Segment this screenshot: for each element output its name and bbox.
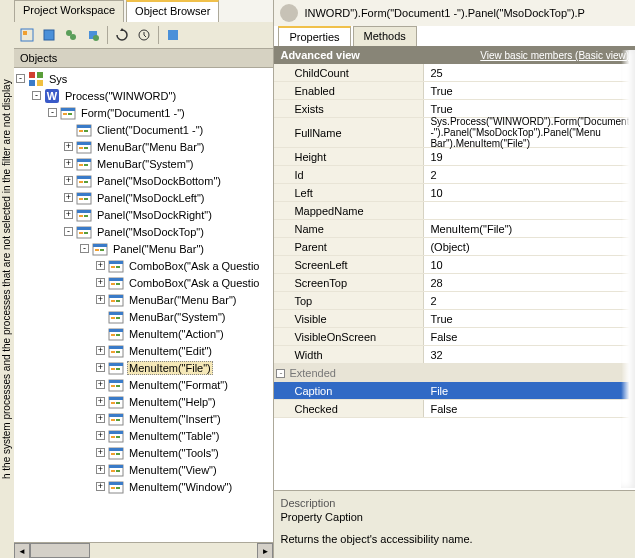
property-row[interactable]: Id2 <box>274 166 635 184</box>
property-row[interactable]: EnabledTrue <box>274 82 635 100</box>
tree-node[interactable]: +ComboBox("Ask a Questio <box>16 257 271 274</box>
tree-node-label[interactable]: MenuItem("Window") <box>127 480 234 494</box>
tree-node[interactable]: +MenuItem("Insert") <box>16 410 271 427</box>
collapse-icon[interactable]: - <box>64 227 73 236</box>
property-value[interactable]: MenuItem("File") <box>424 223 635 235</box>
property-row[interactable]: ChildCount25 <box>274 64 635 82</box>
property-row[interactable]: ScreenLeft10 <box>274 256 635 274</box>
expand-icon[interactable]: + <box>96 261 105 270</box>
property-row[interactable]: Top2 <box>274 292 635 310</box>
expand-icon[interactable]: + <box>64 142 73 151</box>
tree-node-label[interactable]: ComboBox("Ask a Questio <box>127 276 261 290</box>
tree-node[interactable]: -Panel("MsoDockTop") <box>16 223 271 240</box>
property-row[interactable]: CaptionFile <box>274 382 635 400</box>
property-value[interactable]: 19 <box>424 151 635 163</box>
property-row[interactable]: CheckedFalse <box>274 400 635 418</box>
property-value[interactable]: Sys.Process("WINWORD").Form("Document1 -… <box>424 116 635 149</box>
tool-btn-6[interactable] <box>134 25 154 45</box>
collapse-icon[interactable]: - <box>48 108 57 117</box>
tree-node-label[interactable]: MenuItem("Action") <box>127 327 226 341</box>
collapse-icon[interactable]: - <box>276 369 285 378</box>
tree-node[interactable]: +MenuBar("System") <box>16 155 271 172</box>
tree-node-label[interactable]: Panel("MsoDockTop") <box>95 225 206 239</box>
property-value[interactable]: True <box>424 103 635 115</box>
tree-node[interactable]: +ComboBox("Ask a Questio <box>16 274 271 291</box>
tree-node-label[interactable]: MenuBar("Menu Bar") <box>127 293 238 307</box>
property-value[interactable]: False <box>424 403 635 415</box>
property-value[interactable]: True <box>424 85 635 97</box>
property-value[interactable]: False <box>424 331 635 343</box>
tree-node-label[interactable]: Panel("MsoDockBottom") <box>95 174 223 188</box>
properties-grid[interactable]: ChildCount25EnabledTrueExistsTrueFullNam… <box>274 64 635 490</box>
tree-node-label[interactable]: MenuItem("View") <box>127 463 219 477</box>
refresh-button[interactable] <box>112 25 132 45</box>
property-category[interactable]: -Extended <box>274 364 635 382</box>
tree-node-label[interactable]: MenuItem("Tools") <box>127 446 221 460</box>
property-row[interactable]: FullNameSys.Process("WINWORD").Form("Doc… <box>274 118 635 148</box>
tree-node[interactable]: Client("Document1 -") <box>16 121 271 138</box>
basic-view-link[interactable]: View basic members (Basic view) <box>480 50 629 61</box>
tree-node[interactable]: +MenuBar("Menu Bar") <box>16 291 271 308</box>
tab-project-workspace[interactable]: Project Workspace <box>14 0 124 22</box>
scroll-left-button[interactable]: ◄ <box>14 543 30 558</box>
property-row[interactable]: MappedName <box>274 202 635 220</box>
property-value[interactable]: File <box>424 385 635 397</box>
tree-node[interactable]: +MenuItem("File") <box>16 359 271 376</box>
tree-node-label[interactable]: MenuItem("Insert") <box>127 412 223 426</box>
expand-icon[interactable]: + <box>96 346 105 355</box>
expand-icon[interactable]: + <box>64 176 73 185</box>
expand-icon[interactable]: + <box>96 448 105 457</box>
property-row[interactable]: VisibleTrue <box>274 310 635 328</box>
property-row[interactable]: ScreenTop28 <box>274 274 635 292</box>
scroll-thumb[interactable] <box>30 543 90 558</box>
tree-node[interactable]: +Panel("MsoDockLeft") <box>16 189 271 206</box>
tree-node-label[interactable]: Client("Document1 -") <box>95 123 205 137</box>
tree-node-label[interactable]: MenuBar("Menu Bar") <box>95 140 206 154</box>
property-row[interactable]: NameMenuItem("File") <box>274 220 635 238</box>
property-value[interactable]: 28 <box>424 277 635 289</box>
tree-node-label[interactable]: MenuItem("Format") <box>127 378 230 392</box>
tree-node[interactable]: MenuBar("System") <box>16 308 271 325</box>
tree-node[interactable]: +MenuItem("Format") <box>16 376 271 393</box>
tree-node[interactable]: +MenuItem("Edit") <box>16 342 271 359</box>
nav-back-icon[interactable] <box>280 4 298 22</box>
tab-properties[interactable]: Properties <box>278 26 350 46</box>
tree-node[interactable]: +MenuBar("Menu Bar") <box>16 138 271 155</box>
property-value[interactable]: (Object) <box>424 241 635 253</box>
tool-btn-4[interactable] <box>83 25 103 45</box>
tree-node[interactable]: +MenuItem("Table") <box>16 427 271 444</box>
tree-node-label[interactable]: Sys <box>47 72 69 86</box>
property-row[interactable]: VisibleOnScreenFalse <box>274 328 635 346</box>
tool-btn-2[interactable] <box>39 25 59 45</box>
horizontal-scrollbar[interactable]: ◄ ► <box>14 542 273 558</box>
tree-node[interactable]: MenuItem("Action") <box>16 325 271 342</box>
tree-node-label[interactable]: Form("Document1 -") <box>79 106 187 120</box>
property-value[interactable]: 25 <box>424 67 635 79</box>
object-tree[interactable]: -Sys-WProcess("WINWORD")-Form("Document1… <box>14 68 273 542</box>
tree-node-label[interactable]: MenuItem("Edit") <box>127 344 214 358</box>
tree-node-label[interactable]: Panel("MsoDockRight") <box>95 208 214 222</box>
tree-node[interactable]: +MenuItem("Help") <box>16 393 271 410</box>
tool-btn-1[interactable] <box>17 25 37 45</box>
property-value[interactable]: True <box>424 313 635 325</box>
property-row[interactable]: Height19 <box>274 148 635 166</box>
tree-node-label[interactable]: Panel("Menu Bar") <box>111 242 206 256</box>
property-value[interactable]: 10 <box>424 187 635 199</box>
tree-node[interactable]: -Sys <box>16 70 271 87</box>
property-value[interactable]: 10 <box>424 259 635 271</box>
property-value[interactable]: 2 <box>424 295 635 307</box>
expand-icon[interactable]: + <box>64 193 73 202</box>
collapse-icon[interactable]: - <box>80 244 89 253</box>
tree-node[interactable]: +Panel("MsoDockRight") <box>16 206 271 223</box>
tree-node[interactable]: -Form("Document1 -") <box>16 104 271 121</box>
tree-node[interactable]: +Panel("MsoDockBottom") <box>16 172 271 189</box>
property-value[interactable]: 32 <box>424 349 635 361</box>
property-row[interactable]: Parent(Object) <box>274 238 635 256</box>
expand-icon[interactable]: + <box>96 380 105 389</box>
tree-node-label[interactable]: MenuBar("System") <box>95 157 195 171</box>
property-row[interactable]: Left10 <box>274 184 635 202</box>
collapse-icon[interactable]: - <box>16 74 25 83</box>
tree-node[interactable]: +MenuItem("Tools") <box>16 444 271 461</box>
expand-icon[interactable]: + <box>96 482 105 491</box>
tab-methods[interactable]: Methods <box>353 26 417 46</box>
